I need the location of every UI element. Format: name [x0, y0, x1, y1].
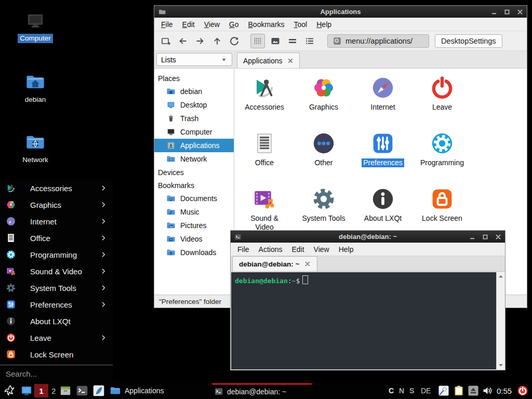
- app-item-preferences[interactable]: Preferences: [353, 130, 413, 185]
- menu-help[interactable]: Help: [312, 20, 336, 29]
- new-tab-button[interactable]: [159, 34, 172, 48]
- kbd-indicator-caps[interactable]: C: [389, 387, 394, 395]
- terminal-launcher-icon[interactable]: [75, 384, 89, 397]
- app-item-leave[interactable]: Leave: [413, 74, 472, 130]
- menu-item-system-tools[interactable]: System Tools: [0, 280, 113, 296]
- menu-item-leave[interactable]: Leave: [0, 329, 113, 346]
- maximize-button[interactable]: [504, 9, 510, 15]
- desktop-icon-computer[interactable]: Computer: [10, 10, 60, 43]
- info-icon: [370, 187, 395, 211]
- back-button[interactable]: [176, 34, 190, 48]
- fm-titlebar[interactable]: Applications: [154, 6, 527, 18]
- menu-item-label: About LXQt: [30, 317, 71, 326]
- power-tray-icon[interactable]: [516, 384, 529, 397]
- featherpad-launcher-icon[interactable]: [92, 384, 105, 397]
- sidebar-item-debian[interactable]: debian: [154, 85, 234, 98]
- app-item-graphics[interactable]: Graphics: [294, 74, 353, 130]
- show-desktop-button[interactable]: [20, 384, 33, 397]
- menu-item-programming[interactable]: Programming: [0, 246, 113, 263]
- tab-close-icon[interactable]: [287, 58, 294, 64]
- tab-close-icon[interactable]: [304, 261, 311, 267]
- menu-search-input[interactable]: Search...: [0, 365, 113, 382]
- app-item-office[interactable]: Office: [235, 130, 294, 185]
- sidebar-item-network[interactable]: Network: [154, 152, 234, 166]
- scroll-down-icon[interactable]: [498, 362, 504, 368]
- detailed-list-button[interactable]: [286, 34, 299, 48]
- app-item-other[interactable]: Other: [294, 130, 353, 185]
- terminal-titlebar[interactable]: debian@debian: ~: [231, 231, 505, 243]
- menu-item-sound-video[interactable]: Sound & Video: [0, 263, 113, 280]
- close-button[interactable]: [495, 234, 501, 240]
- desktop-icon-debian[interactable]: debian: [10, 72, 60, 104]
- menu-item-lock-screen[interactable]: Lock Screen: [0, 346, 113, 363]
- task-button-terminal[interactable]: debian@debian: ~: [212, 383, 312, 398]
- start-menu-button[interactable]: [3, 384, 16, 397]
- menu-item-about-lxqt[interactable]: About LXQt: [0, 313, 113, 329]
- sidebar-item-downloads[interactable]: Downloads: [154, 246, 234, 259]
- clipboard-tray-icon[interactable]: [453, 384, 465, 397]
- volume-tray-icon[interactable]: [482, 384, 494, 397]
- app-item-label: System Tools: [302, 214, 345, 223]
- menu-item-graphics[interactable]: Graphics: [0, 196, 113, 213]
- sidebar-item-computer[interactable]: Computer: [154, 125, 234, 139]
- side-panel-selector[interactable]: Lists: [156, 53, 232, 66]
- menu-go[interactable]: Go: [224, 20, 244, 29]
- reload-button[interactable]: [228, 34, 241, 48]
- file-manager-launcher-icon[interactable]: [59, 384, 72, 397]
- app-item-accessories[interactable]: Accessories: [235, 74, 294, 130]
- kbd-indicator-num[interactable]: N: [399, 387, 404, 395]
- kbd-indicator-scroll[interactable]: S: [409, 387, 414, 395]
- desktop-icon-network[interactable]: Network: [10, 132, 60, 165]
- sidebar-item-music[interactable]: Music: [154, 205, 234, 219]
- tab-label: Applications: [243, 57, 283, 65]
- scroll-up-icon[interactable]: [498, 273, 504, 280]
- terminal-scrollbar[interactable]: [496, 272, 504, 369]
- minimize-button[interactable]: [491, 9, 497, 15]
- menu-tool[interactable]: Tool: [289, 20, 312, 29]
- maximize-button[interactable]: [482, 234, 488, 240]
- address-bar[interactable]: menu://applications/: [327, 34, 429, 48]
- sidebar-item-documents[interactable]: Documents: [154, 192, 234, 205]
- menu-edit[interactable]: Edit: [287, 245, 309, 254]
- workspace-1-button[interactable]: 1: [34, 384, 48, 397]
- app-item-programming[interactable]: Programming: [413, 130, 472, 185]
- app-item-label: Graphics: [309, 103, 338, 112]
- close-button[interactable]: [517, 9, 523, 15]
- menu-actions[interactable]: Actions: [254, 245, 287, 254]
- menu-item-office[interactable]: Office: [0, 230, 113, 246]
- other-icon: [311, 131, 336, 156]
- thumbnail-view-button[interactable]: [269, 34, 282, 48]
- clock[interactable]: 0:55: [497, 387, 512, 395]
- tab-applications[interactable]: Applications: [237, 52, 300, 68]
- menu-item-preferences[interactable]: Preferences: [0, 296, 113, 313]
- menu-item-internet[interactable]: Internet: [0, 213, 113, 230]
- up-button[interactable]: [210, 34, 224, 48]
- menu-item-accessories[interactable]: Accessories: [0, 180, 113, 196]
- forward-button[interactable]: [193, 34, 207, 48]
- sound-video-icon: [6, 266, 16, 276]
- removable-media-tray-icon[interactable]: [467, 384, 480, 397]
- icon-view-button[interactable]: [250, 34, 265, 48]
- sidebar-item-videos[interactable]: Videos: [154, 232, 234, 246]
- compact-list-button[interactable]: [303, 34, 316, 48]
- sidebar-item-trash[interactable]: Trash: [154, 112, 234, 125]
- app-item-internet[interactable]: Internet: [353, 74, 413, 130]
- desktop-settings-breadcrumb[interactable]: DesktopSettings: [435, 34, 502, 48]
- task-button-applications[interactable]: Applications: [108, 383, 166, 398]
- menu-view[interactable]: View: [200, 20, 224, 29]
- menu-help[interactable]: Help: [334, 245, 358, 254]
- sidebar-item-pictures[interactable]: Pictures: [154, 219, 234, 232]
- workspace-2-button[interactable]: 2: [51, 387, 56, 395]
- minimize-button[interactable]: [469, 234, 475, 240]
- sidebar-item-applications[interactable]: Applications: [154, 139, 234, 152]
- menu-view[interactable]: View: [309, 245, 334, 254]
- terminal-screen[interactable]: debian@debian:~$: [231, 272, 496, 369]
- screenshot-tray-icon[interactable]: [437, 384, 450, 397]
- terminal-tab[interactable]: debian@debian: ~: [232, 256, 317, 271]
- menu-bookmarks[interactable]: Bookmarks: [244, 20, 289, 29]
- menu-file[interactable]: File: [156, 20, 178, 29]
- menu-file[interactable]: File: [233, 245, 254, 254]
- sidebar-item-desktop[interactable]: Desktop: [154, 98, 234, 112]
- keyboard-layout-indicator[interactable]: DE: [421, 387, 431, 395]
- menu-edit[interactable]: Edit: [178, 20, 200, 29]
